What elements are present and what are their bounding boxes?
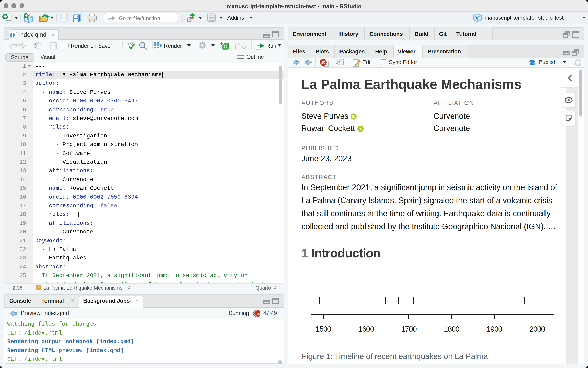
svg-text:iD: iD <box>358 127 362 131</box>
svg-text:C: C <box>223 44 227 49</box>
svg-text:iD: iD <box>352 115 356 119</box>
svg-text:G: G <box>186 16 192 23</box>
svg-text:STOP: STOP <box>254 312 260 315</box>
svg-text:R: R <box>476 15 479 20</box>
